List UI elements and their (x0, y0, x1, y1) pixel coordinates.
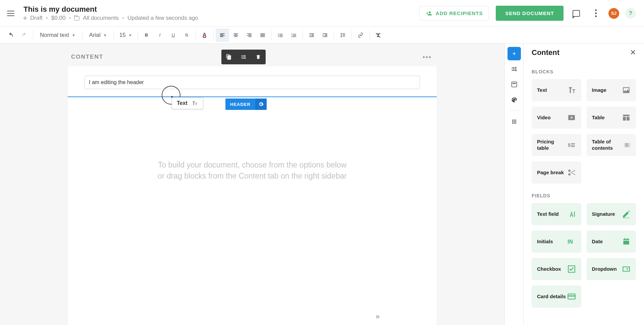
align-left-button[interactable] (216, 28, 229, 42)
svg-rect-1 (512, 82, 517, 87)
align-center-button[interactable] (229, 28, 243, 42)
field-checkbox-label: Checkbox (537, 266, 561, 272)
nav-menu-button[interactable] (4, 7, 17, 20)
sliders-icon (511, 66, 518, 72)
undo-button[interactable] (4, 28, 17, 42)
strikethrough-button[interactable]: S (180, 28, 194, 42)
clear-format-icon (375, 32, 381, 38)
more-actions-button[interactable] (589, 7, 602, 20)
checkbox-icon (567, 265, 576, 273)
bold-icon: B (145, 32, 148, 38)
empty-state-line1: To build your document, choose from the … (85, 159, 420, 171)
block-pricing-table[interactable]: Pricing table$ (532, 134, 581, 156)
underline-icon: U (172, 32, 175, 38)
text-style-label: Normal text (40, 32, 69, 39)
font-size-select[interactable]: 15▼ (116, 28, 136, 42)
chevron-down-icon: ▼ (103, 33, 107, 37)
rail-properties[interactable] (507, 62, 521, 76)
rail-divider (509, 111, 519, 111)
font-size-label: 15 (119, 32, 126, 39)
indent-button[interactable] (318, 28, 332, 42)
align-justify-button[interactable] (256, 28, 269, 42)
field-initials[interactable]: InitialsIN (532, 231, 581, 253)
block-image[interactable]: Image (587, 79, 636, 101)
align-justify-icon (260, 32, 266, 38)
panel-close-button[interactable]: ✕ (630, 48, 636, 57)
text-color-button[interactable]: A (198, 28, 211, 42)
user-avatar[interactable]: SJ (608, 8, 619, 19)
italic-button[interactable]: I (153, 28, 167, 42)
add-recipients-label: ADD RECIPIENTS (436, 10, 483, 16)
block-pagebreak-label: Page break (537, 170, 564, 176)
numbered-list-button[interactable] (287, 28, 301, 42)
section-more-button[interactable] (420, 50, 433, 64)
delete-block-button[interactable] (251, 50, 266, 64)
rail-add-content[interactable] (507, 47, 521, 60)
text-style-select[interactable]: Normal text▼ (35, 28, 80, 42)
redo-button[interactable] (17, 28, 31, 42)
block-video[interactable]: Video (532, 107, 581, 129)
block-table[interactable]: Table (587, 107, 636, 129)
align-right-icon (246, 32, 252, 38)
palette-icon (511, 96, 518, 103)
rail-apps[interactable] (507, 115, 521, 128)
chat-icon (573, 10, 580, 17)
more-horizontal-icon (423, 56, 431, 58)
insert-link-button[interactable] (354, 28, 367, 42)
block-toc[interactable]: Table of contents (587, 134, 636, 156)
block-video-label: Video (537, 115, 551, 121)
fields-section-label: FIELDS (532, 193, 636, 198)
add-recipients-button[interactable]: ADD RECIPIENTS (419, 6, 489, 21)
line-spacing-button[interactable] (336, 28, 350, 42)
block-toc-label: Table of contents (592, 139, 624, 151)
field-signature[interactable]: Signature (587, 203, 636, 225)
insertion-guide (68, 96, 437, 97)
bold-button[interactable]: B (140, 28, 153, 42)
duplicate-icon (226, 54, 232, 60)
comments-button[interactable] (570, 7, 583, 20)
svg-rect-7 (623, 267, 630, 271)
header-block-pill[interactable]: HEADER (225, 99, 267, 110)
field-card-details[interactable]: Card details (532, 285, 581, 308)
clear-formatting-button[interactable] (372, 28, 385, 42)
document-title[interactable]: This is my document (23, 5, 419, 14)
italic-icon: I (159, 32, 161, 38)
document-updated: Updated a few seconds ago (127, 15, 198, 21)
header-pill-settings[interactable] (255, 99, 267, 110)
field-date[interactable]: Date (587, 231, 636, 253)
toc-icon (624, 141, 631, 149)
card-icon (567, 292, 576, 301)
block-properties-button[interactable] (236, 50, 251, 64)
block-page-break[interactable]: Page break (532, 161, 581, 184)
field-dropdown[interactable]: Dropdown (587, 258, 636, 280)
rail-layout[interactable] (507, 78, 521, 91)
block-pricing-label: Pricing table (537, 139, 567, 151)
align-right-button[interactable] (243, 28, 256, 42)
bullet-list-button[interactable] (274, 28, 287, 42)
block-text[interactable]: Text (532, 79, 581, 101)
font-family-select[interactable]: Arial▼ (85, 28, 112, 42)
header-text-input[interactable] (85, 76, 420, 89)
duplicate-block-button[interactable] (221, 50, 236, 64)
separator-dot: • (122, 15, 124, 21)
chevron-down-icon: ▼ (128, 33, 132, 37)
table-icon (622, 113, 631, 122)
underline-button[interactable]: U (167, 28, 180, 42)
document-subhead: Draft • $0.00 • All documents • Updated … (23, 15, 419, 21)
help-button[interactable]: ? (625, 8, 636, 19)
field-checkbox[interactable]: Checkbox (532, 258, 581, 280)
panel-title: Content (532, 48, 559, 57)
field-text[interactable]: Text field (532, 203, 581, 225)
send-document-button[interactable]: SEND DOCUMENT (496, 6, 564, 21)
rail-design[interactable] (507, 93, 521, 107)
plus-circle-icon (511, 50, 518, 57)
document-page[interactable]: Text HEADER To build your document, choo… (68, 66, 437, 325)
svg-rect-2 (513, 83, 516, 84)
section-label: CONTENT (71, 54, 103, 60)
field-card-label: Card details (537, 294, 566, 300)
document-location[interactable]: All documents (83, 15, 119, 21)
outdent-button[interactable] (305, 28, 318, 42)
chevron-down-icon: ▼ (72, 33, 75, 37)
collapse-sidebar-button[interactable]: » (376, 312, 380, 321)
separator-dot: • (69, 15, 71, 21)
